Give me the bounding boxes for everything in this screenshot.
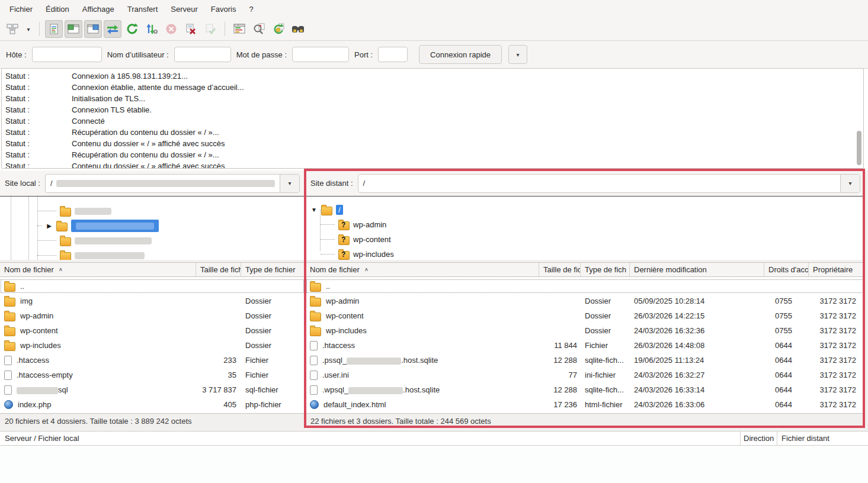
log-entry: Statut :Initialisation de TLS... xyxy=(2,93,863,104)
menu-item-affichage[interactable]: Affichage xyxy=(76,2,120,16)
reconnect-icon[interactable] xyxy=(201,20,219,38)
menu-item-fichier[interactable]: Fichier xyxy=(4,2,39,16)
table-row[interactable]: .. xyxy=(306,279,865,294)
remote-path-dropdown-icon[interactable]: ▾ xyxy=(840,175,860,192)
file-search-icon[interactable] xyxy=(250,20,268,38)
table-row[interactable]: wp-includesDossier24/03/2026 16:32:36075… xyxy=(306,323,865,338)
username-input[interactable] xyxy=(174,47,231,62)
local-file-list[interactable]: ..imgDossierwp-adminDossierwp-contentDos… xyxy=(0,277,305,413)
remote-header-name[interactable]: Nom de fichier ∧ xyxy=(306,263,539,276)
refresh-icon[interactable] xyxy=(123,20,141,38)
header-label: Fichier distant xyxy=(781,434,829,443)
site-manager-dropdown-icon[interactable]: ▾ xyxy=(23,20,34,38)
quickconnect-button[interactable]: Connexion rapide xyxy=(419,45,502,64)
toggle-log-icon[interactable] xyxy=(45,20,63,38)
tree-item[interactable]: wp-admin xyxy=(321,217,386,232)
table-row[interactable]: .pssql_.host.sqlite12 288sqlite-fich...1… xyxy=(306,353,865,368)
log-entry-label: Statut : xyxy=(2,115,72,127)
selected-tree-item[interactable] xyxy=(71,220,159,232)
tree-expander-icon[interactable]: ▼ xyxy=(310,207,318,213)
table-row[interactable]: wp-adminDossier05/09/2025 10:28:14075531… xyxy=(306,294,865,308)
remote-header-owner[interactable]: Propriétaire xyxy=(809,263,861,276)
cell-modified: 26/03/2026 14:22:15 xyxy=(630,311,764,320)
tree-expander-icon[interactable]: ▶ xyxy=(46,223,53,229)
file-icon xyxy=(310,341,318,350)
table-row[interactable]: sql3 717 837sql-fichier xyxy=(0,382,305,397)
remote-directory-tree[interactable]: ▼/wp-adminwp-contentwp-includes xyxy=(306,196,865,260)
toggle-local-tree-icon[interactable] xyxy=(65,20,82,38)
menu-item-favoris[interactable]: Favoris xyxy=(205,2,242,16)
header-label: Direction xyxy=(744,434,774,443)
remote-file-list[interactable]: ..wp-adminDossier05/09/2025 10:28:140755… xyxy=(306,277,865,413)
remote-header-type[interactable]: Type de fich xyxy=(581,263,630,276)
table-row[interactable]: .htaccess11 844Fichier26/03/2026 14:48:0… xyxy=(306,338,865,353)
queue-header-direction[interactable]: Direction xyxy=(741,432,777,445)
table-row[interactable]: index.php405php-fichier xyxy=(0,397,305,412)
file-name-cell: .. xyxy=(0,281,196,292)
header-label: Nom de fichier xyxy=(310,265,360,274)
table-row[interactable]: .. xyxy=(0,279,305,294)
table-row[interactable]: .htaccess-empty35Fichier xyxy=(0,368,305,382)
tree-connector xyxy=(37,226,42,226)
table-row[interactable]: .htaccess233Fichier xyxy=(0,353,305,368)
tree-item[interactable]: wp-content xyxy=(321,232,391,247)
tree-item[interactable]: wp-includes xyxy=(321,247,394,260)
local-header-size[interactable]: Taille de fich xyxy=(196,263,241,276)
quickconnect-dropdown-icon[interactable]: ▾ xyxy=(508,45,527,64)
table-row[interactable]: default_index.html17 236html-fichier24/0… xyxy=(306,397,865,412)
tree-item[interactable]: ▶ xyxy=(37,218,159,233)
log-scrollbar[interactable] xyxy=(857,131,861,165)
toggle-remote-tree-icon[interactable] xyxy=(84,20,102,38)
folder-question-icon xyxy=(338,236,350,245)
table-row[interactable]: wp-contentDossier26/03/2026 14:22:150755… xyxy=(306,308,865,323)
local-directory-tree[interactable]: ▶ xyxy=(0,196,305,260)
file-icon xyxy=(4,356,12,365)
local-path-text: / xyxy=(50,179,53,188)
menu-item-edition[interactable]: Édition xyxy=(40,2,75,16)
queue-header-remote[interactable]: Fichier distant xyxy=(777,432,868,445)
table-row[interactable]: .wpsql_.host.sqlite12 288sqlite-fich...2… xyxy=(306,382,865,397)
local-path-dropdown-icon[interactable]: ▾ xyxy=(280,175,299,192)
table-row[interactable]: wp-includesDossier xyxy=(0,338,305,353)
directory-comparison-icon[interactable] xyxy=(289,20,307,38)
menu-item-help[interactable]: ? xyxy=(243,2,259,16)
cancel-icon[interactable] xyxy=(162,20,180,38)
tree-item-root[interactable]: ▼/ xyxy=(310,202,343,217)
remote-header-size[interactable]: Taille de fic xyxy=(539,263,581,276)
menu-item-transfert[interactable]: Transfert xyxy=(121,2,164,16)
toggle-transfer-queue-icon[interactable] xyxy=(104,20,121,38)
port-input[interactable] xyxy=(378,47,408,62)
queue-header-local[interactable]: Serveur / Fichier local xyxy=(0,432,741,445)
file-icon xyxy=(4,385,12,395)
synchronized-browsing-icon[interactable] xyxy=(270,20,287,38)
local-site-label: Site local : xyxy=(5,179,40,188)
remote-header-modified[interactable]: Dernière modification xyxy=(630,263,764,276)
disconnect-icon[interactable] xyxy=(182,20,200,38)
remote-header-permissions[interactable]: Droits d'accè xyxy=(764,263,809,276)
cell-modified: 24/03/2026 16:33:06 xyxy=(630,400,764,409)
tree-item[interactable] xyxy=(37,248,145,260)
menu-item-serveur[interactable]: Serveur xyxy=(165,2,204,16)
folder-icon xyxy=(4,313,15,321)
header-label: Dernière modification xyxy=(634,265,707,274)
folder-icon xyxy=(60,252,71,260)
remote-path-combobox[interactable]: / ▾ xyxy=(358,174,860,193)
table-row[interactable]: .user.ini77ini-fichier24/03/2026 16:32:2… xyxy=(306,368,865,382)
tree-item[interactable] xyxy=(37,204,111,218)
site-manager-icon[interactable] xyxy=(4,20,21,38)
cell-modified: 24/03/2026 16:32:36 xyxy=(630,326,764,335)
table-row[interactable]: wp-adminDossier xyxy=(0,308,305,323)
redacted-name xyxy=(17,387,58,394)
message-log[interactable]: Statut :Connexion à 185.98.131.139:21...… xyxy=(1,68,864,169)
tree-item[interactable] xyxy=(37,233,152,248)
host-input[interactable] xyxy=(32,47,102,62)
directory-listing-filters-icon[interactable] xyxy=(230,20,248,38)
process-queue-icon[interactable] xyxy=(143,20,161,38)
table-row[interactable]: imgDossier xyxy=(0,294,305,308)
local-path-combobox[interactable]: / ▾ xyxy=(45,174,300,193)
local-header-type[interactable]: Type de fichier xyxy=(241,263,305,276)
table-row[interactable]: wp-contentDossier xyxy=(0,323,305,338)
folder-icon xyxy=(56,223,68,231)
password-input[interactable] xyxy=(292,47,349,62)
local-header-name[interactable]: Nom de fichier ∧ xyxy=(0,263,196,276)
